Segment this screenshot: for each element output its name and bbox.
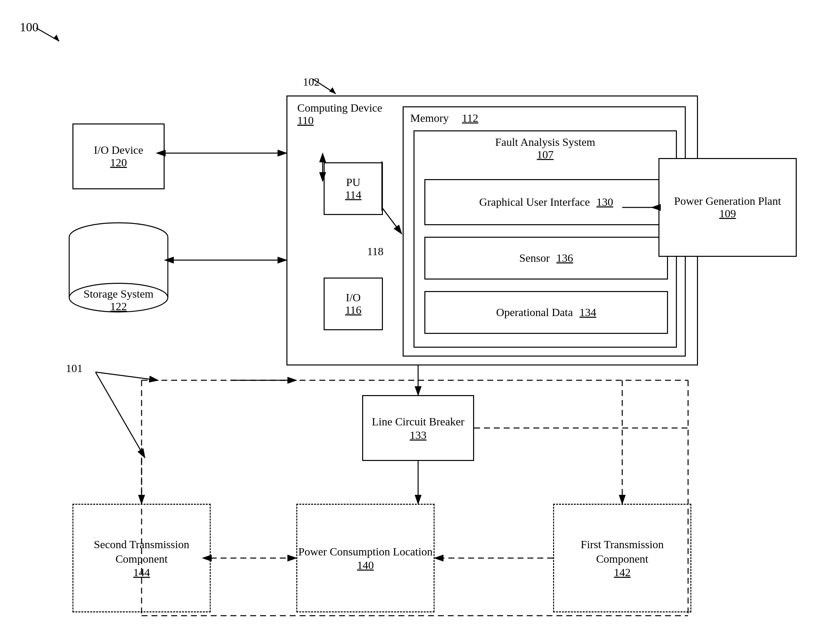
ref-arrow-102	[286, 72, 346, 99]
sensor-box: Sensor 136	[424, 237, 668, 279]
svg-marker-1	[53, 34, 59, 41]
io-116-box: I/O 116	[324, 277, 383, 330]
stc-label: Second Transmission Component	[74, 537, 210, 566]
io-116-label: I/O	[346, 291, 361, 304]
operational-data-num: 134	[579, 306, 596, 319]
operational-data-label: Operational Data	[496, 306, 573, 319]
second-transmission-box: Second Transmission Component 144	[72, 504, 211, 613]
pu-box: PU 114	[324, 162, 383, 215]
computing-device-label: Computing Device	[297, 102, 382, 114]
ref-101-label: 101	[66, 362, 83, 374]
svg-line-32	[96, 372, 158, 380]
io-device-num: 120	[110, 157, 127, 169]
io-116-num: 116	[345, 304, 361, 317]
io-device-label: I/O Device	[94, 144, 143, 157]
power-gen-box: Power Generation Plant 109	[659, 158, 797, 257]
gui-box: Graphical User Interface 130	[424, 179, 668, 225]
computing-device-box: Computing Device 110 Memory 112 Fault An…	[286, 96, 698, 365]
power-gen-num: 109	[719, 207, 736, 220]
sensor-label: Sensor	[519, 252, 550, 264]
memory-box: Memory 112 Fault Analysis System 107 Gra…	[403, 107, 686, 357]
stc-num: 144	[133, 566, 150, 579]
memory-num: 112	[462, 112, 478, 124]
power-consumption-box: Power Consumption Location 140	[296, 504, 434, 613]
line-circuit-breaker-box: Line Circuit Breaker 133	[362, 395, 474, 461]
fault-analysis-num: 107	[479, 149, 611, 161]
svg-marker-3	[329, 87, 336, 94]
power-gen-label: Power Generation Plant	[674, 195, 781, 207]
svg-line-33	[96, 372, 145, 458]
gui-num: 130	[597, 196, 613, 208]
sensor-num: 136	[557, 252, 573, 264]
ref-arrow-100	[16, 18, 69, 44]
computing-device-num: 110	[297, 114, 382, 127]
storage-system-label: Storage System	[64, 288, 173, 300]
pcl-num: 140	[357, 559, 374, 572]
operational-data-box: Operational Data 134	[424, 291, 668, 334]
gui-label: Graphical User Interface	[479, 196, 590, 208]
io-device-box: I/O Device 120	[72, 124, 165, 189]
storage-system-num: 122	[64, 300, 173, 313]
pcl-label: Power Consumption Location	[298, 545, 433, 559]
first-transmission-box: First Transmission Component 142	[553, 504, 692, 613]
lcb-num: 133	[410, 429, 427, 442]
ftc-label: First Transmission Component	[554, 537, 690, 566]
pu-label: PU	[346, 176, 360, 189]
pu-num: 114	[345, 189, 361, 201]
lcb-label: Line Circuit Breaker	[372, 415, 464, 429]
fault-analysis-label: Fault Analysis System	[479, 136, 611, 149]
ftc-num: 142	[614, 566, 631, 579]
fault-analysis-box: Fault Analysis System 107 Graphical User…	[414, 130, 677, 348]
storage-system-box: Storage System 122	[64, 221, 173, 320]
memory-label: Memory	[410, 112, 449, 124]
ref-118-label: 118	[367, 245, 384, 258]
